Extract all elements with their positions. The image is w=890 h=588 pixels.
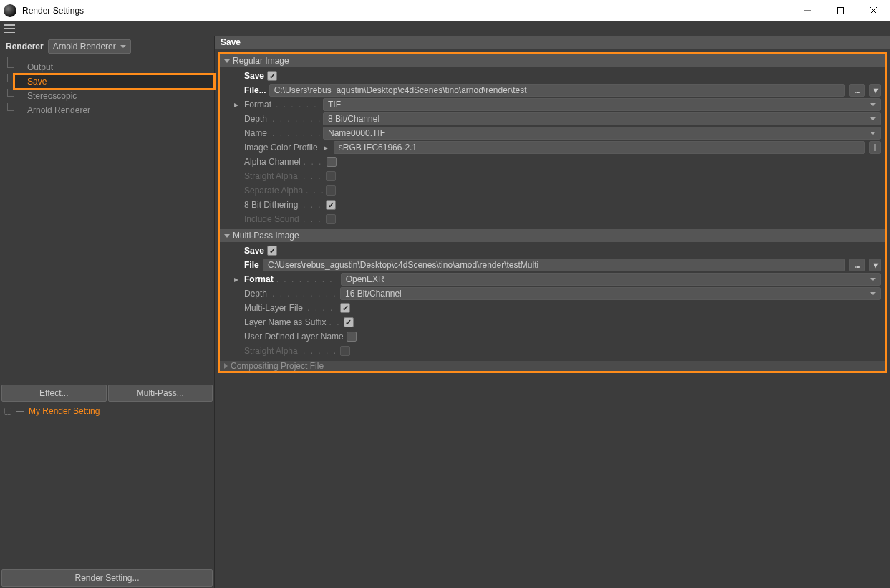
user-layer-label: User Defined Layer Name [244,332,344,342]
chevron-right-icon[interactable]: ▸ [324,143,328,153]
menubar [0,21,890,36]
name-label: Name [244,128,269,138]
color-profile-input[interactable]: sRGB IEC61966-2.1 [334,141,865,154]
user-layer-checkbox[interactable] [347,332,357,342]
caret-down-icon [224,234,230,238]
separate-alpha-checkbox [326,185,336,196]
tree-item-output[interactable]: Output [14,60,214,74]
renderer-row: Renderer Arnold Renderer [0,36,214,57]
depth-label: Depth [244,114,269,124]
straight-alpha-checkbox [326,171,336,181]
dropdown-arrow-icon[interactable]: ▾ [869,84,881,97]
my-render-setting[interactable]: — My Render Setting [0,403,214,419]
render-setting-button[interactable]: Render Setting... [1,569,213,587]
section-compositing-header[interactable]: Compositing Project File [220,361,885,371]
mp-straight-alpha-label: Straight Alpha [244,346,300,356]
tree-item-save[interactable]: Save [14,74,214,89]
slider-icon[interactable] [869,141,881,154]
regular-format-select[interactable]: TIF [323,98,881,111]
dithering-checkbox[interactable] [326,200,336,210]
content-header: Save [215,36,890,49]
mp-format-label: Format [244,274,274,284]
mp-browse-button[interactable]: ... [849,259,865,271]
regular-name-select[interactable]: Name0000.TIF [323,127,881,140]
save-label: Save [244,71,264,81]
mp-depth-select[interactable]: 16 Bit/Channel [340,287,881,300]
alpha-label: Alpha Channel [244,157,301,167]
maximize-button[interactable] [824,0,857,21]
setting-icon [4,408,11,415]
caret-down-icon [224,59,230,63]
section-regular-header[interactable]: Regular Image [220,54,885,67]
hamburger-icon[interactable] [4,24,15,33]
expand-icon[interactable]: ▸ [234,100,241,110]
separate-alpha-label: Separate Alpha [244,185,303,196]
color-profile-label: Image Color Profile [244,143,318,153]
renderer-label: Renderer [6,42,44,52]
highlighted-panel: Regular Image Save File... C:\Users\rebu… [218,52,887,373]
content-panel: Save Regular Image Save File... C:\Users… [215,36,890,588]
include-sound-checkbox [326,214,336,224]
mp-file-input[interactable]: C:\Users\rebus_agustin\Desktop\c4dScenes… [263,259,845,271]
mp-save-label: Save [244,246,264,256]
caret-right-icon [224,363,228,369]
mp-save-checkbox[interactable] [267,246,277,256]
multilayer-label: Multi-Layer File [244,303,304,313]
multipass-button[interactable]: Multi-Pass... [108,385,213,402]
layer-suffix-checkbox[interactable] [344,317,354,327]
tree-item-stereoscopic[interactable]: Stereoscopic [14,89,214,103]
multilayer-checkbox[interactable] [340,303,350,313]
format-label: Format [244,100,273,110]
sidebar: Renderer Arnold Renderer Output Save Ste… [0,36,215,588]
mp-depth-label: Depth [244,289,269,299]
renderer-dropdown[interactable]: Arnold Renderer [48,39,131,54]
minimize-button[interactable] [791,0,824,21]
svg-rect-1 [838,8,844,14]
regular-depth-select[interactable]: 8 Bit/Channel [323,112,881,125]
mp-straight-alpha-checkbox [340,346,350,356]
effect-button[interactable]: Effect... [1,385,107,402]
close-button[interactable] [857,0,890,21]
alpha-checkbox[interactable] [327,157,337,167]
layer-suffix-label: Layer Name as Suffix [244,317,327,327]
straight-alpha-label: Straight Alpha [244,171,300,181]
mp-dropdown-arrow-icon[interactable]: ▾ [869,259,881,271]
file-label[interactable]: File... [244,85,266,95]
section-multipass-header[interactable]: Multi-Pass Image [220,229,885,242]
tree-item-arnold[interactable]: Arnold Renderer [14,103,214,117]
include-sound-label: Include Sound [244,214,300,224]
regular-file-input[interactable]: C:\Users\rebus_agustin\Desktop\c4dScenes… [269,84,845,97]
dithering-label: 8 Bit Dithering [244,200,300,210]
regular-save-checkbox[interactable] [267,71,277,81]
titlebar: Render Settings [0,0,890,21]
mp-file-label: File [244,260,260,270]
browse-button[interactable]: ... [849,84,865,97]
expand-icon[interactable]: ▸ [234,274,241,284]
window-title: Render Settings [22,6,84,16]
app-icon [4,4,16,17]
mp-format-select[interactable]: OpenEXR [341,273,881,286]
settings-tree: Output Save Stereoscopic Arnold Renderer [0,57,214,117]
